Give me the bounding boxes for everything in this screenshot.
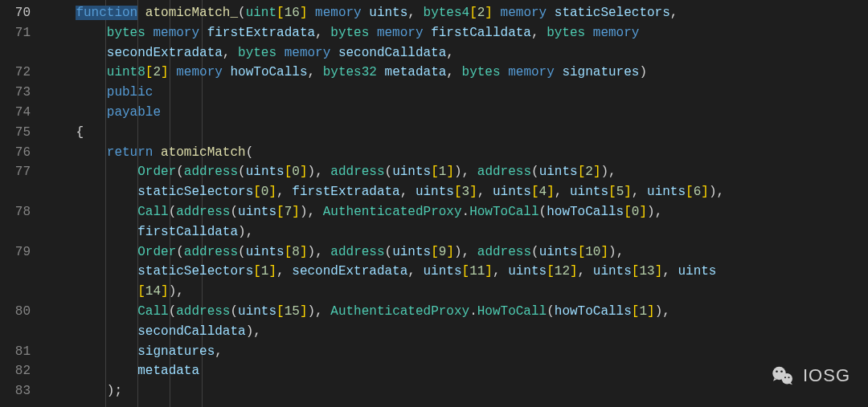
code-token: [45, 245, 137, 259]
code-token: uints: [416, 185, 454, 199]
code-token: ]: [485, 6, 493, 20]
code-token: 2: [585, 165, 593, 179]
code-line[interactable]: signatures,: [45, 342, 724, 362]
code-area[interactable]: function atomicMatch_(uint[16] memory ui…: [45, 0, 724, 407]
code-token: [547, 6, 555, 20]
code-line[interactable]: uint8[2] memory howToCalls, bytes32 meta…: [45, 63, 724, 83]
code-token: ,: [253, 324, 261, 339]
code-token: ,: [308, 65, 323, 79]
code-token: {: [76, 125, 84, 140]
code-token: ,: [315, 245, 330, 259]
svg-point-2: [776, 370, 778, 372]
code-token: uints: [539, 245, 578, 259]
code-token: memory: [315, 6, 362, 20]
code-token: ): [300, 205, 308, 219]
code-token: ]: [268, 185, 276, 199]
code-token: [555, 65, 563, 79]
code-token: uints: [508, 264, 547, 279]
code-token: uints: [593, 264, 632, 279]
code-token: 3: [462, 185, 470, 199]
code-token: ,: [670, 6, 678, 20]
code-token: ,: [407, 264, 423, 279]
code-token: howToCalls: [547, 205, 624, 219]
code-token: uints: [424, 264, 462, 279]
code-token: bytes: [330, 26, 369, 40]
code-token: [45, 185, 137, 199]
code-token: ,: [223, 46, 238, 60]
code-token: ,: [632, 185, 647, 199]
code-line[interactable]: Call(address(uints[15]), AuthenticatedPr…: [45, 302, 724, 322]
watermark-text: IOSG: [803, 362, 850, 389]
code-token: (: [176, 165, 184, 179]
code-token: [45, 125, 76, 140]
code-line[interactable]: Call(address(uints[7]), AuthenticatedPro…: [45, 202, 724, 222]
code-token: [: [431, 165, 439, 179]
code-line[interactable]: bytes memory firstExtradata, bytes memor…: [45, 23, 724, 43]
code-token: [: [285, 245, 293, 259]
code-line[interactable]: return atomicMatch(: [45, 143, 724, 163]
line-number: 81: [0, 342, 31, 362]
code-token: [: [686, 185, 694, 199]
code-token: ): [107, 384, 115, 398]
code-token: [169, 65, 177, 79]
code-token: 6: [694, 185, 702, 199]
code-token: signatures: [562, 65, 639, 79]
code-token: address: [176, 304, 230, 319]
code-token: [: [276, 304, 285, 319]
code-token: bytes: [547, 26, 585, 40]
code-editor[interactable]: 7071 727374757677 78 79 80 818283 functi…: [0, 0, 868, 407]
code-token: HowToCall: [469, 205, 538, 219]
code-token: [369, 26, 377, 40]
code-token: .: [462, 205, 470, 219]
code-line[interactable]: [14]),: [45, 282, 724, 302]
code-line[interactable]: public: [45, 83, 724, 103]
code-token: address: [477, 165, 531, 179]
code-line[interactable]: metadata: [45, 361, 724, 381]
code-token: ]: [292, 205, 300, 219]
svg-point-4: [784, 376, 786, 378]
code-token: uints: [392, 245, 431, 259]
code-token: ,: [493, 264, 508, 279]
code-line[interactable]: Order(address(uints[8]), address(uints[9…: [45, 242, 724, 263]
line-number: [0, 322, 31, 342]
code-token: ,: [315, 26, 330, 40]
code-token: (: [238, 165, 246, 179]
code-line[interactable]: staticSelectors[0], firstExtradata, uint…: [45, 182, 724, 202]
code-token: [: [624, 205, 632, 219]
code-token: ): [608, 245, 616, 259]
code-token: public: [107, 85, 154, 100]
code-token: 12: [555, 264, 570, 279]
code-token: [145, 26, 154, 40]
code-line[interactable]: secondCalldata),: [45, 322, 724, 342]
code-line[interactable]: firstCalldata),: [45, 222, 724, 242]
code-token: uints: [392, 165, 431, 179]
code-line[interactable]: );: [45, 381, 724, 401]
code-token: payable: [107, 105, 161, 120]
code-token: [307, 6, 315, 20]
code-token: ): [308, 165, 316, 179]
code-token: ]: [300, 245, 308, 259]
code-line[interactable]: {: [45, 123, 724, 143]
code-token: uints: [678, 264, 716, 279]
code-token: ]: [161, 65, 169, 79]
code-line[interactable]: secondExtradata, bytes memory secondCall…: [45, 43, 724, 63]
code-line[interactable]: staticSelectors[1], secondExtradata, uin…: [45, 262, 724, 282]
code-token: ,: [616, 245, 624, 259]
code-token: [45, 284, 137, 299]
code-token: [585, 26, 593, 40]
line-number: [0, 282, 31, 302]
code-line[interactable]: function atomicMatch_(uint[16] memory ui…: [45, 3, 724, 23]
code-token: 2: [153, 65, 161, 79]
code-token: ,: [531, 26, 547, 40]
code-token: staticSelectors: [555, 6, 670, 20]
wechat-icon: [771, 364, 795, 388]
code-token: [45, 46, 107, 60]
line-number: 74: [0, 103, 31, 123]
code-token: ,: [462, 165, 477, 179]
code-token: memory: [593, 26, 640, 40]
code-token: 15: [285, 304, 300, 319]
code-line[interactable]: payable: [45, 103, 724, 123]
code-token: uints: [238, 304, 276, 319]
code-line[interactable]: Order(address(uints[0]), address(uints[1…: [45, 162, 724, 182]
code-token: address: [184, 165, 238, 179]
